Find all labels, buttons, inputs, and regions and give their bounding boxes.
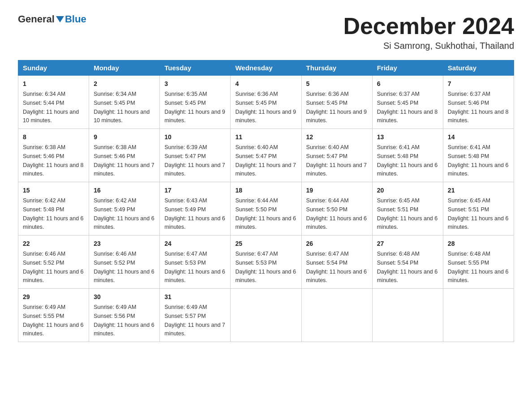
day-info: Sunrise: 6:37 AMSunset: 5:45 PMDaylight:… — [377, 91, 438, 124]
calendar-cell: 17 Sunrise: 6:43 AMSunset: 5:49 PMDaylig… — [160, 182, 231, 235]
logo: General Blue — [18, 13, 86, 25]
day-info: Sunrise: 6:47 AMSunset: 5:53 PMDaylight:… — [164, 251, 225, 283]
week-row-4: 22 Sunrise: 6:46 AMSunset: 5:52 PMDaylig… — [18, 235, 514, 289]
day-number: 2 — [94, 79, 155, 89]
logo-general-text: General — [18, 13, 55, 25]
day-info: Sunrise: 6:47 AMSunset: 5:54 PMDaylight:… — [306, 251, 367, 283]
day-number: 11 — [235, 133, 296, 142]
calendar-cell: 6 Sunrise: 6:37 AMSunset: 5:45 PMDayligh… — [372, 76, 443, 129]
day-number: 10 — [164, 133, 226, 142]
day-number: 1 — [23, 79, 84, 89]
day-info: Sunrise: 6:36 AMSunset: 5:45 PMDaylight:… — [235, 91, 296, 124]
day-info: Sunrise: 6:48 AMSunset: 5:54 PMDaylight:… — [377, 251, 438, 283]
calendar-cell — [443, 289, 514, 342]
day-info: Sunrise: 6:46 AMSunset: 5:52 PMDaylight:… — [23, 251, 84, 283]
day-info: Sunrise: 6:41 AMSunset: 5:48 PMDaylight:… — [377, 144, 438, 177]
day-info: Sunrise: 6:44 AMSunset: 5:50 PMDaylight:… — [306, 197, 367, 230]
calendar-cell: 7 Sunrise: 6:37 AMSunset: 5:46 PMDayligh… — [443, 76, 514, 129]
day-number: 31 — [164, 292, 226, 302]
day-info: Sunrise: 6:49 AMSunset: 5:56 PMDaylight:… — [94, 304, 154, 337]
day-info: Sunrise: 6:37 AMSunset: 5:46 PMDaylight:… — [448, 91, 509, 124]
weekday-header-row: SundayMondayTuesdayWednesdayThursdayFrid… — [18, 60, 514, 76]
calendar-cell: 11 Sunrise: 6:40 AMSunset: 5:47 PMDaylig… — [231, 129, 301, 182]
calendar-cell: 16 Sunrise: 6:42 AMSunset: 5:49 PMDaylig… — [89, 182, 160, 235]
weekday-header-wednesday: Wednesday — [231, 60, 301, 76]
day-number: 3 — [164, 79, 226, 89]
day-info: Sunrise: 6:46 AMSunset: 5:52 PMDaylight:… — [94, 251, 154, 283]
day-number: 17 — [164, 186, 226, 195]
day-number: 20 — [377, 186, 438, 195]
day-number: 22 — [23, 239, 84, 248]
day-info: Sunrise: 6:40 AMSunset: 5:47 PMDaylight:… — [235, 144, 296, 177]
day-number: 16 — [94, 186, 155, 195]
calendar-cell: 23 Sunrise: 6:46 AMSunset: 5:52 PMDaylig… — [89, 235, 160, 289]
location-title: Si Samrong, Sukhothai, Thailand — [343, 41, 514, 51]
month-title: December 2024 — [343, 13, 514, 39]
weekday-header-saturday: Saturday — [443, 60, 514, 76]
day-info: Sunrise: 6:43 AMSunset: 5:49 PMDaylight:… — [164, 197, 225, 230]
day-info: Sunrise: 6:41 AMSunset: 5:48 PMDaylight:… — [448, 144, 509, 177]
day-info: Sunrise: 6:44 AMSunset: 5:50 PMDaylight:… — [235, 197, 296, 230]
calendar-table: SundayMondayTuesdayWednesdayThursdayFrid… — [18, 60, 514, 342]
day-info: Sunrise: 6:34 AMSunset: 5:44 PMDaylight:… — [23, 91, 79, 124]
day-info: Sunrise: 6:49 AMSunset: 5:57 PMDaylight:… — [164, 304, 225, 337]
week-row-1: 1 Sunrise: 6:34 AMSunset: 5:44 PMDayligh… — [18, 76, 514, 129]
calendar-cell: 12 Sunrise: 6:40 AMSunset: 5:47 PMDaylig… — [301, 129, 372, 182]
day-number: 5 — [306, 79, 368, 89]
weekday-header-thursday: Thursday — [301, 60, 372, 76]
day-number: 15 — [23, 186, 84, 195]
day-info: Sunrise: 6:40 AMSunset: 5:47 PMDaylight:… — [306, 144, 367, 177]
calendar-cell: 19 Sunrise: 6:44 AMSunset: 5:50 PMDaylig… — [301, 182, 372, 235]
day-number: 30 — [94, 292, 155, 302]
day-info: Sunrise: 6:42 AMSunset: 5:49 PMDaylight:… — [94, 197, 154, 230]
logo-blue-text: Blue — [55, 13, 86, 25]
calendar-cell: 27 Sunrise: 6:48 AMSunset: 5:54 PMDaylig… — [372, 235, 443, 289]
calendar-cell: 25 Sunrise: 6:47 AMSunset: 5:53 PMDaylig… — [231, 235, 301, 289]
calendar-cell: 4 Sunrise: 6:36 AMSunset: 5:45 PMDayligh… — [231, 76, 301, 129]
day-number: 19 — [306, 186, 368, 195]
day-info: Sunrise: 6:39 AMSunset: 5:47 PMDaylight:… — [164, 144, 225, 177]
weekday-header-friday: Friday — [372, 60, 443, 76]
week-row-3: 15 Sunrise: 6:42 AMSunset: 5:48 PMDaylig… — [18, 182, 514, 235]
day-info: Sunrise: 6:34 AMSunset: 5:45 PMDaylight:… — [94, 91, 150, 124]
day-info: Sunrise: 6:45 AMSunset: 5:51 PMDaylight:… — [448, 197, 509, 230]
calendar-cell: 20 Sunrise: 6:45 AMSunset: 5:51 PMDaylig… — [372, 182, 443, 235]
day-number: 25 — [235, 239, 296, 248]
calendar-cell: 1 Sunrise: 6:34 AMSunset: 5:44 PMDayligh… — [18, 76, 89, 129]
calendar-cell: 14 Sunrise: 6:41 AMSunset: 5:48 PMDaylig… — [443, 129, 514, 182]
calendar-cell: 18 Sunrise: 6:44 AMSunset: 5:50 PMDaylig… — [231, 182, 301, 235]
day-info: Sunrise: 6:49 AMSunset: 5:55 PMDaylight:… — [23, 304, 84, 337]
calendar-cell: 3 Sunrise: 6:35 AMSunset: 5:45 PMDayligh… — [160, 76, 231, 129]
calendar-cell: 8 Sunrise: 6:38 AMSunset: 5:46 PMDayligh… — [18, 129, 89, 182]
calendar-cell: 5 Sunrise: 6:36 AMSunset: 5:45 PMDayligh… — [301, 76, 372, 129]
calendar-cell: 10 Sunrise: 6:39 AMSunset: 5:47 PMDaylig… — [160, 129, 231, 182]
day-info: Sunrise: 6:47 AMSunset: 5:53 PMDaylight:… — [235, 251, 296, 283]
day-info: Sunrise: 6:42 AMSunset: 5:48 PMDaylight:… — [23, 197, 84, 230]
title-area: December 2024 Si Samrong, Sukhothai, Tha… — [343, 13, 514, 51]
day-number: 23 — [94, 239, 155, 248]
week-row-2: 8 Sunrise: 6:38 AMSunset: 5:46 PMDayligh… — [18, 129, 514, 182]
calendar-cell: 26 Sunrise: 6:47 AMSunset: 5:54 PMDaylig… — [301, 235, 372, 289]
day-number: 4 — [235, 79, 296, 89]
weekday-header-tuesday: Tuesday — [160, 60, 231, 76]
day-number: 27 — [377, 239, 438, 248]
page-header: General Blue December 2024 Si Samrong, S… — [18, 13, 514, 51]
logo-triangle-icon — [56, 16, 64, 22]
day-info: Sunrise: 6:38 AMSunset: 5:46 PMDaylight:… — [94, 144, 154, 177]
day-number: 28 — [448, 239, 509, 248]
calendar-cell: 28 Sunrise: 6:48 AMSunset: 5:55 PMDaylig… — [443, 235, 514, 289]
day-number: 14 — [448, 133, 509, 142]
calendar-cell — [372, 289, 443, 342]
day-number: 7 — [448, 79, 509, 89]
day-info: Sunrise: 6:45 AMSunset: 5:51 PMDaylight:… — [377, 197, 438, 230]
calendar-cell — [231, 289, 301, 342]
day-info: Sunrise: 6:38 AMSunset: 5:46 PMDaylight:… — [23, 144, 84, 177]
calendar-cell: 24 Sunrise: 6:47 AMSunset: 5:53 PMDaylig… — [160, 235, 231, 289]
calendar-cell: 15 Sunrise: 6:42 AMSunset: 5:48 PMDaylig… — [18, 182, 89, 235]
day-number: 21 — [448, 186, 509, 195]
day-number: 13 — [377, 133, 438, 142]
calendar-cell — [301, 289, 372, 342]
calendar-cell: 9 Sunrise: 6:38 AMSunset: 5:46 PMDayligh… — [89, 129, 160, 182]
week-row-5: 29 Sunrise: 6:49 AMSunset: 5:55 PMDaylig… — [18, 289, 514, 342]
calendar-cell: 21 Sunrise: 6:45 AMSunset: 5:51 PMDaylig… — [443, 182, 514, 235]
